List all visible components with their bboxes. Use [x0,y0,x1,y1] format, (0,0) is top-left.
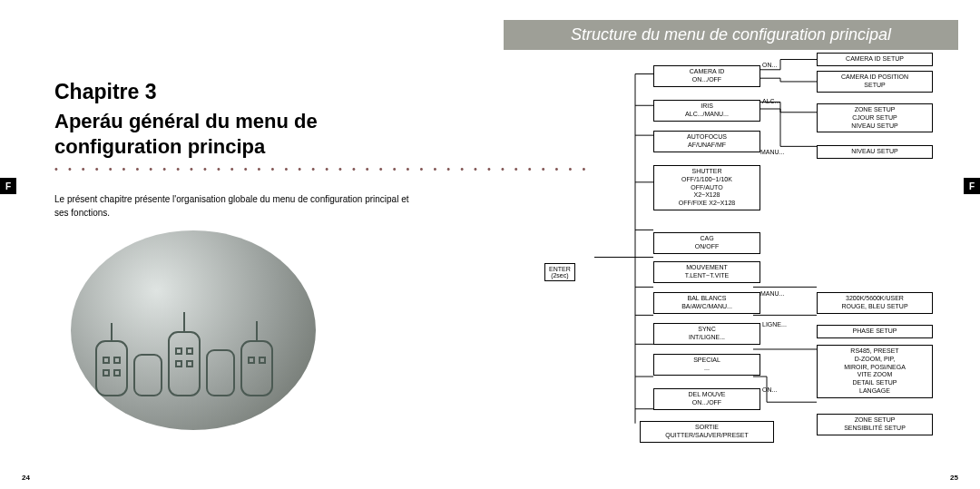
box-mouvement: MOUVEMENTT.LENT~T.VITE [653,261,760,283]
section-title-line1: Aperáu général du menu de [54,110,318,132]
svg-rect-12 [176,348,181,354]
section-title-line2: configuration principa [54,135,265,158]
conn-on-2: ON... [762,386,777,393]
box-wb: 3200K/5600K/USERROUGE, BLEU SETUP [817,292,933,314]
svg-rect-14 [176,361,181,367]
section-title: Aperáu général du menu de configuration … [54,109,318,159]
chapter-heading: Chapitre 3 [54,80,156,104]
svg-rect-8 [103,357,109,363]
box-shutter: SHUTTEROFF/1/100~1/10KOFF/AUTOX2~X128OFF… [653,165,760,210]
box-niveau: NIVEAU SETUP [817,145,933,159]
box-camera-id: CAMERA IDON.../OFF [653,65,760,87]
box-camera-id-pos: CAMERA ID POSITIONSETUP [817,71,933,93]
box-cag: CAGON/OFF [653,232,760,254]
enter-box: ENTER (2sec) [544,263,575,281]
svg-rect-11 [114,370,120,376]
box-sortie: SORTIEQUITTER/SAUVER/PRESET [640,421,774,443]
section-tab-right: F [964,178,980,194]
box-sync: SYNCINT/LIGNE... [653,323,760,345]
conn-on-1: ON... [762,62,777,68]
page-spread: F F Structure du menu de configuration p… [0,0,980,489]
box-zone: ZONE SETUPCJOUR SETUPNIVEAU SETUP [817,103,933,132]
buildings-icon [89,305,298,414]
box-balblancs: BAL BLANCSBA/AWC/MANU... [653,292,760,314]
box-special-setup: RS485, PRESETD-ZOOM, PIP,MIROIR, POSI/NE… [817,345,933,398]
conn-manu-bal: MANU... [760,290,784,297]
page-title-bar: Structure du menu de configuration princ… [504,20,958,50]
box-phase: PHASE SETUP [817,325,933,338]
svg-rect-2 [169,332,200,396]
box-special: SPECIAL... [653,354,760,376]
menu-structure-diagram: ENTER (2sec) CAMERA IDON.../OFF IRISALC.… [544,53,953,462]
svg-rect-0 [96,341,127,396]
intro-paragraph: Le présent chapitre présente l'organisat… [54,192,417,220]
conn-ligne: LIGNE... [762,321,787,328]
svg-rect-17 [260,357,265,363]
chapter-illustration [71,230,316,430]
box-delmouve: DEL MOUVEON.../OFF [653,388,760,410]
svg-rect-10 [103,370,109,376]
conn-manu-iris: MANU... [760,149,784,155]
box-camera-id-setup: CAMERA ID SETUP [817,53,933,66]
svg-rect-15 [187,361,192,367]
enter-label: ENTER [549,266,571,272]
svg-rect-9 [114,357,120,363]
page-number-right: 25 [950,474,958,482]
svg-rect-4 [241,341,272,396]
box-autofocus: AUTOFOCUSAF/UNAF/MF [653,131,760,152]
conn-alc: ALC... [762,98,779,104]
svg-rect-1 [134,355,162,396]
decorative-dots: • • • • • • • • • • • • • • • • • • • • … [54,163,589,174]
enter-duration: (2sec) [551,272,568,279]
svg-rect-3 [207,350,234,396]
box-delmouve-setup: ZONE SETUPSENSIBILITÉ SETUP [817,414,933,435]
svg-rect-13 [187,348,192,354]
svg-rect-16 [249,357,254,363]
box-iris: IRISALC.../MANU... [653,100,760,122]
section-tab-left: F [0,178,16,194]
page-number-left: 24 [22,474,30,482]
